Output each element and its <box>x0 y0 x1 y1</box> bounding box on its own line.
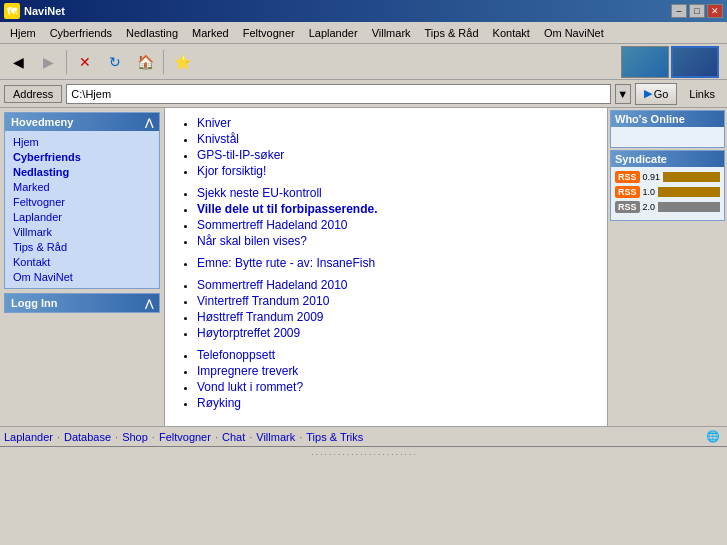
status-link-database[interactable]: Database <box>64 431 111 443</box>
sidebar-login: Logg Inn ⋀ <box>4 293 160 313</box>
go-label: Go <box>654 88 669 100</box>
menu-feltvogner[interactable]: Feltvogner <box>237 25 301 41</box>
thumbnail-1[interactable] <box>621 46 669 78</box>
thumbnail-2[interactable] <box>671 46 719 78</box>
favorites-icon: ⭐ <box>174 54 191 70</box>
home-button[interactable]: 🏠 <box>131 48 159 76</box>
sidebar-item-om[interactable]: Om NaviNet <box>13 270 151 284</box>
content-section-3: Emne: Bytte rute - av: InsaneFish <box>177 256 595 270</box>
list-item: Ville dele ut til forbipasserende. <box>197 202 595 216</box>
rss-badge-20[interactable]: RSS <box>615 201 640 213</box>
link-sommer2010[interactable]: Sommertreff Hadeland 2010 <box>197 218 348 232</box>
status-link-tips[interactable]: Tips & Triks <box>306 431 363 443</box>
rss-version-10: 1.0 <box>643 187 656 197</box>
menu-bar: Hjem Cyberfriends Nedlasting Marked Felt… <box>0 22 727 44</box>
list-item: Emne: Bytte rute - av: InsaneFish <box>197 256 595 270</box>
status-sep-3: · <box>152 431 155 443</box>
list-item: Knivstål <box>197 132 595 146</box>
link-emne[interactable]: Emne: Bytte rute - av: InsaneFish <box>197 256 375 270</box>
sidebar-item-tips[interactable]: Tips & Råd <box>13 240 151 254</box>
link-host[interactable]: Høsttreff Trandum 2009 <box>197 310 324 324</box>
sidebar-collapse-button[interactable]: ⋀ <box>145 117 153 128</box>
scroll-area: · · · · · · · · · · · · · · · · · · · · … <box>0 446 727 462</box>
status-sep-5: · <box>249 431 252 443</box>
sidebar-main-menu: Hovedmeny ⋀ Hjem Cyberfriends Nedlasting… <box>4 112 160 289</box>
sidebar-item-cyberfriends[interactable]: Cyberfriends <box>13 150 151 164</box>
refresh-button[interactable]: ↻ <box>101 48 129 76</box>
link-vond[interactable]: Vond lukt i rommet? <box>197 380 303 394</box>
menu-tips[interactable]: Tips & Råd <box>419 25 485 41</box>
sidebar-login-header: Logg Inn ⋀ <box>5 294 159 312</box>
back-button[interactable]: ◀ <box>4 48 32 76</box>
content-section-2: Sjekk neste EU-kontroll Ville dele ut ti… <box>177 186 595 248</box>
rss-item-20: RSS 2.0 <box>615 201 720 213</box>
link-sommer2010b[interactable]: Sommertreff Hadeland 2010 <box>197 278 348 292</box>
sidebar: Hovedmeny ⋀ Hjem Cyberfriends Nedlasting… <box>0 108 165 426</box>
link-kjor[interactable]: Kjor forsiktig! <box>197 164 266 178</box>
link-nar[interactable]: Når skal bilen vises? <box>197 234 307 248</box>
link-royking[interactable]: Røyking <box>197 396 241 410</box>
window-controls: – □ ✕ <box>671 4 723 18</box>
rss-item-10: RSS 1.0 <box>615 186 720 198</box>
sidebar-item-hjem[interactable]: Hjem <box>13 135 151 149</box>
menu-cyberfriends[interactable]: Cyberfriends <box>44 25 118 41</box>
link-gps[interactable]: GPS-til-IP-søker <box>197 148 284 162</box>
list-item: Telefonoppsett <box>197 348 595 362</box>
address-label[interactable]: Address <box>4 85 62 103</box>
forward-button[interactable]: ▶ <box>34 48 62 76</box>
link-impregnere[interactable]: Impregnere treverk <box>197 364 298 378</box>
link-kniver[interactable]: Kniver <box>197 116 231 130</box>
minimize-button[interactable]: – <box>671 4 687 18</box>
stop-button[interactable]: ✕ <box>71 48 99 76</box>
sidebar-item-marked[interactable]: Marked <box>13 180 151 194</box>
sidebar-main-menu-links: Hjem Cyberfriends Nedlasting Marked Felt… <box>5 131 159 288</box>
status-link-feltvogner[interactable]: Feltvogner <box>159 431 211 443</box>
title-bar: 🗺 NaviNet – □ ✕ <box>0 0 727 22</box>
sidebar-item-kontakt[interactable]: Kontakt <box>13 255 151 269</box>
link-knivstal[interactable]: Knivstål <box>197 132 239 146</box>
menu-villmark[interactable]: Villmark <box>366 25 417 41</box>
link-vinter[interactable]: Vintertreff Trandum 2010 <box>197 294 329 308</box>
maximize-button[interactable]: □ <box>689 4 705 18</box>
toolbar: ◀ ▶ ✕ ↻ 🏠 ⭐ <box>0 44 727 80</box>
sidebar-item-villmark[interactable]: Villmark <box>13 225 151 239</box>
sidebar-item-nedlasting[interactable]: Nedlasting <box>13 165 151 179</box>
list-item: Vintertreff Trandum 2010 <box>197 294 595 308</box>
link-eu[interactable]: Sjekk neste EU-kontroll <box>197 186 322 200</box>
sidebar-item-feltvogner[interactable]: Feltvogner <box>13 195 151 209</box>
link-ville[interactable]: Ville dele ut til forbipasserende. <box>197 202 378 216</box>
go-button[interactable]: ▶ Go <box>635 83 678 105</box>
toolbar-separator <box>66 50 67 74</box>
link-telefon[interactable]: Telefonoppsett <box>197 348 275 362</box>
menu-hjem[interactable]: Hjem <box>4 25 42 41</box>
menu-om[interactable]: Om NaviNet <box>538 25 610 41</box>
links-button[interactable]: Links <box>681 83 723 105</box>
list-item: Vond lukt i rommet? <box>197 380 595 394</box>
sidebar-item-laplander[interactable]: Laplander <box>13 210 151 224</box>
status-link-villmark[interactable]: Villmark <box>256 431 295 443</box>
menu-laplander[interactable]: Laplander <box>303 25 364 41</box>
rss-bar-091 <box>663 172 720 182</box>
favorites-button[interactable]: ⭐ <box>168 48 196 76</box>
syndicate-header: Syndicate <box>611 151 724 167</box>
status-link-shop[interactable]: Shop <box>122 431 148 443</box>
sidebar-login-collapse-button[interactable]: ⋀ <box>145 298 153 309</box>
address-input[interactable] <box>66 84 610 104</box>
back-icon: ◀ <box>13 54 24 70</box>
rss-badge-091[interactable]: RSS <box>615 171 640 183</box>
whos-online-section: Who's Online <box>610 110 725 148</box>
close-button[interactable]: ✕ <box>707 4 723 18</box>
status-links: Laplander · Database · Shop · Feltvogner… <box>4 431 363 443</box>
status-link-laplander[interactable]: Laplander <box>4 431 53 443</box>
sidebar-main-menu-title: Hovedmeny <box>11 116 73 128</box>
menu-marked[interactable]: Marked <box>186 25 235 41</box>
content-area: Kniver Knivstål GPS-til-IP-søker Kjor fo… <box>165 108 607 426</box>
address-dropdown[interactable]: ▼ <box>615 84 631 104</box>
link-hoyt[interactable]: Høytorptreffet 2009 <box>197 326 300 340</box>
content-list-5: Telefonoppsett Impregnere treverk Vond l… <box>177 348 595 410</box>
rss-badge-10[interactable]: RSS <box>615 186 640 198</box>
list-item: Røyking <box>197 396 595 410</box>
menu-nedlasting[interactable]: Nedlasting <box>120 25 184 41</box>
menu-kontakt[interactable]: Kontakt <box>487 25 536 41</box>
status-link-chat[interactable]: Chat <box>222 431 245 443</box>
